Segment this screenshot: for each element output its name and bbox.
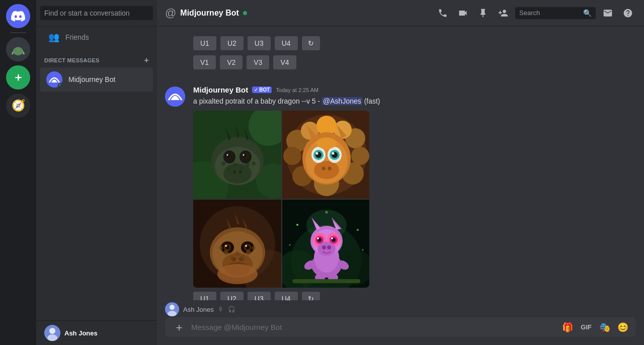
dm-sidebar: 👥 Friends Direct Messages + Midjourney B… xyxy=(36,0,157,345)
current-user-avatar xyxy=(44,325,60,341)
video-call-button[interactable] xyxy=(455,5,471,21)
dragon-image-4[interactable] xyxy=(282,200,369,288)
channel-name: Midjourney Bot xyxy=(180,9,238,18)
message-suffix: (fast) xyxy=(364,97,380,105)
svg-point-31 xyxy=(246,163,250,167)
svg-point-4 xyxy=(49,328,55,334)
current-user-name: Ash Jones xyxy=(64,329,98,337)
svg-point-82 xyxy=(223,250,228,255)
svg-point-21 xyxy=(243,154,245,156)
u2-button[interactable]: U2 xyxy=(220,292,244,300)
dm-user-midjourney[interactable]: Midjourney Bot xyxy=(40,67,153,92)
prev-message-buttons: U1 U2 U3 U4 ↻ xyxy=(157,34,644,54)
emoji-button[interactable]: 😊 xyxy=(616,320,630,334)
dragon-image-2[interactable] xyxy=(282,111,369,199)
svg-point-32 xyxy=(252,161,256,165)
svg-point-85 xyxy=(240,255,245,260)
prev-v1-button[interactable]: V1 xyxy=(193,55,216,69)
sidebar-item-friends[interactable]: 👥 Friends xyxy=(40,28,153,47)
bottom-mic-icon[interactable]: 🎙 xyxy=(218,306,224,313)
svg-point-54 xyxy=(316,152,318,155)
svg-point-22 xyxy=(233,170,236,174)
prev-refresh-button[interactable]: ↻ xyxy=(302,36,320,50)
svg-point-38 xyxy=(351,147,369,165)
svg-point-23 xyxy=(239,170,242,174)
svg-point-110 xyxy=(317,242,336,256)
dragon-image-3[interactable] xyxy=(193,200,281,288)
inbox-button[interactable] xyxy=(600,5,616,21)
channel-online-indicator xyxy=(243,11,247,15)
prev-v3-button[interactable]: V3 xyxy=(247,55,269,69)
main-content: @ Midjourney Bot 🔍 xyxy=(157,0,644,345)
svg-point-1 xyxy=(13,47,23,55)
search-icon: 🔍 xyxy=(583,9,592,17)
svg-point-28 xyxy=(227,166,231,170)
header-actions: 🔍 xyxy=(435,5,636,21)
svg-point-118 xyxy=(296,224,298,226)
svg-point-68 xyxy=(217,264,258,284)
svg-point-30 xyxy=(239,166,244,170)
svg-point-83 xyxy=(230,255,235,260)
bot-badge: ✓ BOT xyxy=(252,87,272,93)
bot-label: BOT xyxy=(259,87,270,93)
message-header: Midjourney Bot ✓ BOT Today at 2:25 AM xyxy=(193,85,636,94)
channel-header: @ Midjourney Bot 🔍 xyxy=(157,0,644,26)
svg-point-27 xyxy=(221,161,225,165)
svg-point-111 xyxy=(322,245,326,249)
prev-v4-button[interactable]: V4 xyxy=(273,55,296,69)
svg-point-58 xyxy=(316,137,337,149)
add-server-button[interactable]: ＋ xyxy=(6,65,30,90)
add-attachment-button[interactable]: ＋ xyxy=(171,319,187,335)
refresh-button[interactable]: ↻ xyxy=(302,292,320,300)
svg-point-57 xyxy=(328,167,332,170)
dm-search-input[interactable] xyxy=(40,6,153,20)
explore-servers-button[interactable]: 🧭 xyxy=(6,94,30,118)
message-content: Midjourney Bot ✓ BOT Today at 2:25 AM a … xyxy=(193,85,636,300)
messages-area[interactable]: U1 U2 U3 U4 ↻ V1 V2 V3 V4 M xyxy=(157,26,644,300)
message-text-input[interactable] xyxy=(191,317,556,337)
phone-call-button[interactable] xyxy=(435,5,451,21)
prev-u2-button[interactable]: U2 xyxy=(220,36,244,50)
pinned-messages-button[interactable] xyxy=(475,5,491,21)
prev-v-buttons: V1 V2 V3 V4 xyxy=(157,54,644,73)
discord-home-button[interactable] xyxy=(6,4,30,28)
add-friend-button[interactable] xyxy=(495,5,511,21)
server-divider xyxy=(10,32,26,33)
svg-point-29 xyxy=(233,163,237,167)
u4-button[interactable]: U4 xyxy=(275,292,298,300)
svg-point-109 xyxy=(331,237,333,239)
help-button[interactable] xyxy=(620,5,636,21)
svg-point-119 xyxy=(357,229,359,231)
u3-button[interactable]: U3 xyxy=(248,292,271,300)
message-input-container: ＋ 🎁 GIF 🎭 😊 xyxy=(165,317,636,337)
gift-button[interactable]: 🎁 xyxy=(560,320,575,334)
svg-point-124 xyxy=(170,305,175,310)
current-user-info: Ash Jones xyxy=(64,329,98,337)
svg-point-47 xyxy=(314,161,339,179)
dragon-image-1[interactable] xyxy=(193,111,281,199)
prev-v2-button[interactable]: V2 xyxy=(220,55,243,69)
bottom-headset-icon[interactable]: 🎧 xyxy=(228,306,235,313)
message-author-avatar xyxy=(165,87,185,107)
svg-point-37 xyxy=(283,147,301,165)
bottom-action-row: U1 U2 U3 U4 ↻ xyxy=(193,288,636,300)
prev-u4-button[interactable]: U4 xyxy=(275,36,298,50)
svg-point-108 xyxy=(317,237,319,239)
bottom-username: Ash Jones xyxy=(183,306,214,313)
svg-point-56 xyxy=(322,167,326,170)
sticker-button[interactable]: 🎭 xyxy=(598,320,612,334)
prev-u3-button[interactable]: U3 xyxy=(248,36,271,50)
server-rail: ＋ 🧭 xyxy=(0,0,36,345)
sidebar-bottom: Ash Jones xyxy=(36,320,157,345)
u1-button[interactable]: U1 xyxy=(193,292,216,300)
server-icon-1[interactable] xyxy=(6,37,30,61)
channel-search-input[interactable] xyxy=(519,9,580,17)
online-status-dot xyxy=(58,83,62,88)
gif-button[interactable]: GIF xyxy=(579,322,594,332)
prev-u1-button[interactable]: U1 xyxy=(193,36,216,50)
message-author-name: Midjourney Bot xyxy=(193,85,248,94)
add-dm-button[interactable]: + xyxy=(144,56,149,65)
svg-point-55 xyxy=(332,152,335,155)
svg-point-76 xyxy=(245,245,247,247)
svg-point-121 xyxy=(289,244,291,246)
